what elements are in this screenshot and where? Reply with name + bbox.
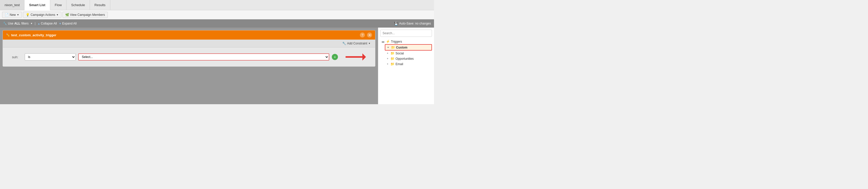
filter-card-actions: ? ✕ [360,32,372,37]
toolbar: 📄 New ▼ 💡 Campaign Actions ▼ 🌿 View Camp… [0,10,434,20]
filter-controls: 🔧 Use ALL filters ▼ | ▲ Collapse All ▼ E… [3,22,77,25]
opportunities-expand-icon[interactable]: + [386,57,390,60]
social-folder-icon: 📁 [391,51,395,55]
opportunities-folder-icon: 📁 [391,57,395,60]
add-constraint-bar: 🔧 Add Constraint ▼ [3,39,375,48]
filters-dropdown-icon: ▼ [30,22,33,25]
triggers-expand-icon[interactable]: ▬ [381,40,385,44]
email-expand-icon[interactable]: + [386,62,390,66]
tab-nixon-test[interactable]: nixon_test [0,0,25,10]
collapse-all-link[interactable]: ▲ Collapse All [37,22,57,25]
add-constraint-icon: 🔧 [342,42,346,45]
auto-save-status: 💾 Auto-Save: no changes [394,22,431,25]
plus-icon: + [334,55,336,59]
filter-card-close-button[interactable]: ✕ [367,32,372,37]
filter-bar: 🔧 Use ALL filters ▼ | ▲ Collapse All ▼ E… [0,20,434,28]
constraint-operator-select[interactable]: is [25,53,76,60]
expand-icon: ▼ [59,22,61,25]
email-folder-icon: 📁 [391,62,395,66]
new-button[interactable]: 📄 New ▼ [2,12,22,18]
view-members-icon: 🌿 [65,13,69,17]
campaign-actions-dropdown-icon: ▼ [56,14,59,16]
new-dropdown-icon: ▼ [17,14,19,16]
filter-card-info-button[interactable]: ? [360,32,365,37]
tab-bar: nixon_test Smart List Flow Schedule Resu… [0,0,434,10]
collapse-icon: ▲ [37,22,40,25]
tab-schedule[interactable]: Schedule [66,0,90,10]
expand-all-link[interactable]: ▼ Expand All [59,22,77,25]
constraint-row-container: suh: is Select... + [3,48,375,66]
filter-separator: | [35,22,35,25]
red-arrow [346,53,366,61]
main-area: ✏️ test_custom_activity_trigger ? ✕ 🔧 Ad… [0,28,434,104]
add-value-button[interactable]: + [332,54,338,60]
filter-card-header: ✏️ test_custom_activity_trigger ? ✕ [3,30,375,39]
add-constraint-dropdown-icon: ▼ [368,42,371,45]
use-filters-text: 🔧 Use ALL filters ▼ [3,22,33,25]
tree-triggers-parent[interactable]: ▬ ⚡ Triggers [380,39,432,44]
filter-card-body: suh: is Select... + [3,48,375,66]
social-expand-icon[interactable]: + [386,52,390,55]
tree-item-email[interactable]: + 📁 Email [385,61,432,67]
campaign-actions-button[interactable]: 💡 Campaign Actions ▼ [23,12,61,18]
filter-card-title: ✏️ test_custom_activity_trigger [6,33,56,37]
tab-smart-list[interactable]: Smart List [25,0,50,10]
constraint-row: suh: is Select... + [7,51,371,63]
red-arrow-container [346,53,366,61]
add-constraint-button[interactable]: 🔧 Add Constraint ▼ [341,41,372,46]
sidebar: ▬ ⚡ Triggers + 📁 Custom + 📁 Social + 📁 O… [378,28,434,104]
tree-item-social[interactable]: + 📁 Social [385,51,432,56]
save-icon: 💾 [394,22,398,25]
tree-children: + 📁 Custom + 📁 Social + 📁 Opportunities … [380,44,432,67]
campaign-actions-icon: 💡 [26,13,30,17]
new-icon: 📄 [5,13,9,17]
filter-card: ✏️ test_custom_activity_trigger ? ✕ 🔧 Ad… [3,30,375,67]
sidebar-search-input[interactable] [380,30,432,37]
constraint-value-select[interactable]: Select... [78,53,329,60]
filter-icon: 🔧 [3,22,7,25]
tree-item-custom[interactable]: + 📁 Custom [385,44,432,51]
constraint-label: suh: [12,55,22,59]
pencil-icon: ✏️ [6,33,10,37]
triggers-icon: ⚡ [386,39,390,44]
custom-expand-icon[interactable]: + [386,46,390,49]
view-campaign-members-button[interactable]: 🌿 View Campaign Members [62,12,108,18]
tab-flow[interactable]: Flow [50,0,66,10]
tab-results[interactable]: Results [90,0,110,10]
content-area: ✏️ test_custom_activity_trigger ? ✕ 🔧 Ad… [0,28,378,104]
custom-folder-icon: 📁 [391,46,395,49]
tree-item-opportunities[interactable]: + 📁 Opportunities [385,56,432,61]
